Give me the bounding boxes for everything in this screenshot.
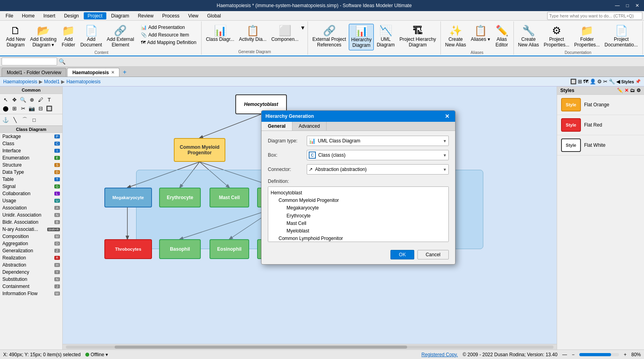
toolbar-icon-6[interactable]: ✂ (603, 79, 607, 84)
menu-project[interactable]: Project (84, 12, 106, 19)
minimize-btn[interactable]: — (613, 3, 621, 8)
styles-pin[interactable]: 📌 (635, 79, 641, 84)
ok-btn[interactable]: OK (390, 250, 414, 259)
add-existing-diagram-btn[interactable]: 📂 Add ExistingDiagram ▾ (28, 24, 59, 50)
item-bidir-assoc[interactable]: Bidir. Association B (0, 219, 62, 226)
styles-edit-icon[interactable]: ✏️ (617, 88, 623, 93)
menu-diagram[interactable]: Diagram (107, 12, 133, 19)
close-btn[interactable]: ✕ (634, 3, 641, 8)
node-basophil[interactable]: Basophil (159, 239, 201, 259)
toolbar-icon-4[interactable]: 👤 (590, 79, 596, 84)
rect-tool[interactable]: 🔲 (45, 104, 53, 112)
project-hierarchy-btn[interactable]: 🏗 Project HierarchyDiagram (398, 24, 438, 50)
add-tab-btn[interactable]: + (120, 68, 129, 77)
cancel-btn[interactable]: Cancel (417, 250, 449, 259)
item-dependency[interactable]: Dependency Y (0, 269, 62, 276)
item-substitution[interactable]: Substitution N (0, 276, 62, 283)
alias-editor-btn[interactable]: ✏️ AliasEditor (493, 24, 511, 50)
item-containment[interactable]: Containment J (0, 283, 62, 290)
menu-design[interactable]: Design (60, 12, 83, 19)
drag-tool[interactable]: ⊞ (10, 104, 18, 112)
add-document-btn[interactable]: 📄 AddDocument (78, 24, 104, 50)
item-unidir-assoc[interactable]: Unidir. Association N (0, 211, 62, 219)
toolbar-icon-3[interactable]: 🗺 (583, 79, 588, 84)
diagram-type-select[interactable]: 📊 UML Class Diagram ▼ (307, 136, 449, 146)
move-tool[interactable]: ✥ (10, 96, 18, 104)
item-generalization[interactable]: Generalization Z (0, 247, 62, 254)
styles-manage-icon[interactable]: 🗂 (630, 88, 635, 93)
node-mast-cell[interactable]: Mast Cell (210, 188, 249, 207)
h-scrollbar[interactable] (63, 344, 557, 349)
aliases-btn[interactable]: 📋 Aliases ▾ (469, 24, 492, 44)
pen-tool[interactable]: 🖊 (37, 96, 44, 104)
curve-tool[interactable]: ⌒ (21, 116, 29, 124)
maximize-btn[interactable]: □ (625, 3, 631, 8)
menu-file[interactable]: File (2, 12, 17, 19)
add-folder-btn[interactable]: 📁 AddFolder (59, 24, 77, 50)
modal-tab-advanced[interactable]: Advanced (292, 122, 327, 131)
registered-copy[interactable]: Registered Copy. (421, 352, 458, 357)
project-properties-btn[interactable]: ⚙ ProjectProperties... (542, 24, 571, 50)
toolbar-icon-5[interactable]: ⚙ (597, 79, 602, 84)
offline-chevron[interactable]: ▾ (106, 352, 108, 357)
toolbar-icon-1[interactable]: 🔲 (570, 79, 577, 84)
breadcrumb-haematopoiesis-2[interactable]: Haematopoiesis (66, 79, 100, 84)
global-search[interactable] (547, 12, 642, 20)
zoom-in-btn[interactable]: + (624, 352, 627, 357)
breadcrumb-haematopoiesis-1[interactable]: Haematopoiesis (3, 79, 37, 84)
menu-insert[interactable]: Insert (39, 12, 59, 19)
styles-delete-icon[interactable]: ✕ (625, 88, 629, 93)
component-diag-btn[interactable]: ⬜ Componen... (269, 24, 301, 44)
tab-model1[interactable]: Model1 - Folder Overview (2, 68, 66, 77)
item-information-flow[interactable]: Information Flow W (0, 290, 62, 297)
node-erythrocyte[interactable]: Erythrocyte (159, 188, 201, 207)
generate-more-btn[interactable]: ▾ (301, 24, 305, 31)
item-aggregation[interactable]: Aggregation O (0, 240, 62, 247)
node-megakaryocyte[interactable]: Megakaryocyte (104, 188, 152, 207)
item-association[interactable]: Association A (0, 204, 62, 211)
item-interface[interactable]: Interface I (0, 147, 62, 154)
canvas-area[interactable]: Hemocytoblast Common MyeloidProgenitor C… (63, 86, 557, 349)
project-documentation-btn[interactable]: 📄 ProjectDocumentatio... (603, 24, 640, 50)
square2-tool[interactable]: □ (30, 116, 38, 124)
search-icon[interactable]: 🔍 (59, 58, 65, 65)
style-item-white[interactable]: Style Flat White (557, 135, 644, 156)
scissors-tool[interactable]: ✂ (19, 104, 27, 112)
hierarchy-diagram-btn[interactable]: 📊 HierarchyDiagram (349, 24, 374, 50)
class-diag-btn[interactable]: 📊 Class Diagr... (204, 24, 236, 44)
folder-properties-btn[interactable]: 📁 FolderProperties... (572, 24, 602, 50)
item-collaboration[interactable]: Collaboration L (0, 190, 62, 197)
add-mapping-btn[interactable]: 🗺 Add Mapping Definition (138, 39, 199, 46)
toolbar-icon-7[interactable]: 🔧 (609, 79, 615, 84)
anchor-tool[interactable]: ⚓ (2, 116, 10, 124)
item-package[interactable]: Package P (0, 133, 62, 140)
modal-close-btn[interactable]: ✕ (443, 113, 451, 119)
toolbar-icon-2[interactable]: ⊞ (578, 79, 582, 84)
external-project-refs-btn[interactable]: 🔗 External ProjectReferences (310, 24, 348, 50)
item-enumeration[interactable]: Enumeration E (0, 154, 62, 161)
zoom-tool[interactable]: 🔍 (19, 96, 27, 104)
breadcrumb-model1[interactable]: Model1 (44, 79, 60, 84)
add-external-element-btn[interactable]: 🔗 Add ExternalElement (105, 24, 136, 50)
uml-diagram-btn[interactable]: 📉 UMLDiagram (375, 24, 396, 50)
search-input[interactable] (2, 58, 57, 65)
item-usage[interactable]: Usage U (0, 197, 62, 204)
activity-diag-btn[interactable]: 📋 Activity Dia... (237, 24, 268, 44)
add-new-diagram-btn[interactable]: 🗋 Add NewDiagram (4, 24, 27, 50)
modal-tab-general[interactable]: General (261, 122, 292, 131)
add-resource-btn[interactable]: 📎 Add Resource Item (138, 31, 199, 38)
select-tool[interactable]: ↖ (2, 96, 10, 104)
node-eosinophil[interactable]: Eosinophil (210, 239, 249, 259)
menu-global[interactable]: Global (203, 12, 225, 19)
style-item-orange[interactable]: Style Flat Orange (557, 95, 644, 115)
create-new-alias-2-btn[interactable]: 🔧 CreateNew Alias (516, 24, 541, 50)
item-realization[interactable]: Realization R (0, 254, 62, 261)
styles-settings-icon[interactable]: ⚙ (636, 88, 641, 93)
line-tool[interactable]: ╲ (11, 116, 19, 124)
camera-tool[interactable]: 📷 (28, 104, 36, 112)
node-common-myeloid[interactable]: Common MyeloidProgenitor (174, 138, 225, 162)
box-select[interactable]: C Class (class) ▼ (307, 150, 449, 160)
tab-haematopoiesis[interactable]: Haematopoiesis ✕ (67, 68, 119, 77)
tab-close-icon[interactable]: ✕ (111, 70, 114, 75)
ellipse-tool[interactable]: ⬤ (2, 104, 10, 112)
